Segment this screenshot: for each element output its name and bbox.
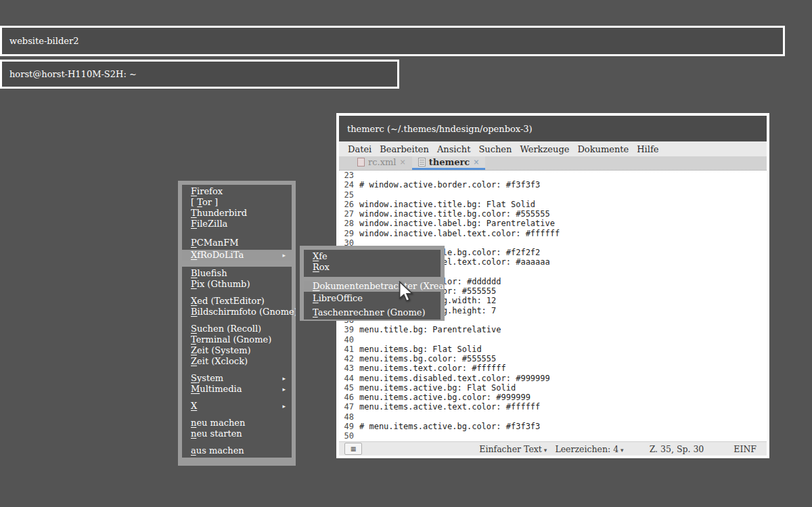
menubar-item-werkzeuge[interactable]: Werkzeuge xyxy=(520,144,569,154)
menubar-item-suchen[interactable]: Suchen xyxy=(478,144,512,154)
tab-width-dropdown[interactable]: Leerzeichen: 4▾ xyxy=(555,444,623,454)
close-icon[interactable]: × xyxy=(473,158,479,166)
menu-item-terminal-gnome[interactable]: Terminal (Gnome) xyxy=(182,334,292,345)
code-line: 39menu.title.bg: Parentrelative xyxy=(340,325,767,334)
menu-item-thunderbird[interactable]: Thunderbird xyxy=(182,208,292,219)
submenu-arrow-icon: ▸ xyxy=(282,373,286,384)
tab-themerc[interactable]: themerc× xyxy=(412,156,486,170)
code-line: 50 xyxy=(340,431,767,441)
line-number: 39 xyxy=(340,325,354,334)
menu-item-bluefish[interactable]: Bluefish xyxy=(182,268,292,279)
editor-titlebar[interactable]: themerc (~/.themes/hndesign/openbox-3) xyxy=(339,116,767,141)
code-text: # window.active.border.color: #f3f3f3 xyxy=(359,180,540,190)
line-number: 42 xyxy=(340,354,354,363)
menu-item-system[interactable]: System▸ xyxy=(182,373,292,384)
menu-item-tor[interactable]: [ Tor ] xyxy=(182,197,292,208)
mnemonic: B xyxy=(191,307,198,317)
menu-item-firefox[interactable]: Firefox xyxy=(182,186,292,197)
menu-item-x[interactable]: X▸ xyxy=(182,401,292,412)
menu-item-multimedia[interactable]: Multimedia▸ xyxy=(182,384,292,395)
doc-type-dropdown[interactable]: Einfacher Text▾ xyxy=(479,444,547,454)
menu-item-taschenrechner-gnome[interactable]: Taschenrechner (Gnome) xyxy=(304,307,441,318)
close-icon[interactable]: × xyxy=(399,158,405,166)
menu-item-neu-machen[interactable]: neu machen xyxy=(182,418,292,428)
menu-item-zeit-system[interactable]: Zeit (System) xyxy=(182,345,292,356)
menubar-item-dokumente[interactable]: Dokumente xyxy=(577,144,629,154)
window-title: horst@horst-H110M-S2H: ~ xyxy=(9,69,137,79)
mnemonic: T xyxy=(191,334,196,345)
menu-item-xed-texteditor[interactable]: Xed (TextEditor) xyxy=(182,296,292,307)
menu-separator xyxy=(182,439,292,445)
titlebar-window-website-bilder2[interactable]: website-bilder2 xyxy=(0,26,785,56)
code-text: menu.items.disabled.text.color: #999999 xyxy=(359,374,550,383)
line-number: 25 xyxy=(340,190,354,200)
line-number: 24 xyxy=(340,180,354,190)
menu-separator xyxy=(182,367,292,373)
mnemonic: T xyxy=(191,208,197,218)
editor-menubar: DateiBearbeitenAnsichtSuchenWerkzeugeDok… xyxy=(339,141,767,156)
menu-item-xfrodolita[interactable]: XfRoDoLiTa▸ xyxy=(182,250,292,261)
menu-item-filezilla[interactable]: FileZilla xyxy=(182,219,292,229)
mnemonic: S xyxy=(191,324,197,334)
code-line: 42menu.items.bg.color: #555555 xyxy=(340,354,767,363)
code-line: 48 xyxy=(340,412,767,422)
mnemonic: S xyxy=(191,373,197,383)
menubar-item-hilfe[interactable]: Hilfe xyxy=(637,144,658,154)
menu-item-pix-gthumb[interactable]: Pix (Gthumb) xyxy=(182,279,292,290)
code-line: 25 xyxy=(340,190,767,200)
mnemonic: n xyxy=(191,428,196,439)
submenu-arrow-icon: ▸ xyxy=(282,401,286,412)
menu-item-zeit-xclock[interactable]: Zeit (Xclock) xyxy=(182,356,292,367)
menu-item-suchen-recoll[interactable]: Suchen (Recoll) xyxy=(182,324,292,334)
line-number: 47 xyxy=(340,402,354,412)
tab-label: rc.xml xyxy=(368,157,396,167)
menu-block: Firefox[ Tor ]ThunderbirdFileZillaPCManF… xyxy=(182,185,292,250)
code-text: menu.items.active.bg: Flat Solid xyxy=(359,383,516,393)
menubar-item-ansicht[interactable]: Ansicht xyxy=(437,144,470,154)
titlebar-window-terminal[interactable]: horst@horst-H110M-S2H: ~ xyxy=(0,60,399,89)
insert-mode-status: EINF xyxy=(734,444,757,454)
tab-rc-xml[interactable]: rc.xml× xyxy=(351,156,412,170)
grid-icon: ▦ xyxy=(351,445,357,452)
menu-item-libreoffice[interactable]: LibreOffice xyxy=(304,293,441,304)
mnemonic: X xyxy=(191,296,197,306)
line-number: 28 xyxy=(340,219,354,228)
submenu-arrow-icon: ▸ xyxy=(282,250,286,261)
code-line: 40 xyxy=(340,335,767,345)
code-line: 23 xyxy=(340,171,767,180)
document-icon xyxy=(357,158,365,167)
mnemonic: T xyxy=(313,307,318,317)
menu-item-neu-starten[interactable]: neu starten xyxy=(182,428,292,439)
mnemonic: B xyxy=(191,268,198,278)
mnemonic: L xyxy=(313,293,319,303)
menu-item-bildschirmfoto-gnome[interactable]: Bildschirmfoto (Gnome) xyxy=(182,307,292,317)
mnemonic: M xyxy=(191,384,200,394)
openbox-root-menu: Firefox[ Tor ]ThunderbirdFileZillaPCManF… xyxy=(178,181,296,466)
code-line: 47menu.items.active.text.color: #ffffff xyxy=(340,402,767,412)
code-text: menu.title.bg: Parentrelative xyxy=(359,325,501,334)
mnemonic: n xyxy=(191,418,196,428)
menu-item-dokumentenbetrachter-xreader[interactable]: Dokumentenbetrachter (Xreader) xyxy=(304,281,441,292)
mnemonic: a xyxy=(191,445,196,456)
code-line: 24# window.active.border.color: #f3f3f3 xyxy=(340,180,767,190)
code-text: menu.items.active.text.color: #ffffff xyxy=(359,402,540,412)
menu-item-aus-machen[interactable]: aus machen xyxy=(182,445,292,456)
mouse-cursor-icon xyxy=(399,281,413,302)
menubar-item-bearbeiten[interactable]: Bearbeiten xyxy=(380,144,429,154)
code-text: menu.items.active.bg.color: #999999 xyxy=(359,393,531,402)
code-text: menu.items.bg.color: #555555 xyxy=(359,354,496,363)
statusbar-right-group: Einfacher Text▾ Leerzeichen: 4▾ Z. 35, S… xyxy=(479,444,767,454)
window-title: website-bilder2 xyxy=(9,36,78,46)
menubar-item-datei[interactable]: Datei xyxy=(348,144,371,154)
menu-item-xfe[interactable]: Xfe xyxy=(304,251,441,262)
tab-label: themerc xyxy=(429,157,470,167)
code-text: window.inactive.label.text.color: #fffff… xyxy=(359,229,560,238)
menu-item-pcmanfm[interactable]: PCManFM xyxy=(182,238,292,248)
menu-block: LibreOfficeTaschenrechner (Gnome) xyxy=(304,292,441,319)
editor-statusbar: ▦ Einfacher Text▾ Leerzeichen: 4▾ Z. 35,… xyxy=(339,441,767,456)
line-number: 43 xyxy=(340,363,354,373)
overview-map-button[interactable]: ▦ xyxy=(344,443,362,455)
menu-item-rox[interactable]: Rox xyxy=(304,262,441,273)
code-text: window.inactive.title.bg.color: #555555 xyxy=(359,209,550,219)
mnemonic: X xyxy=(313,251,319,261)
